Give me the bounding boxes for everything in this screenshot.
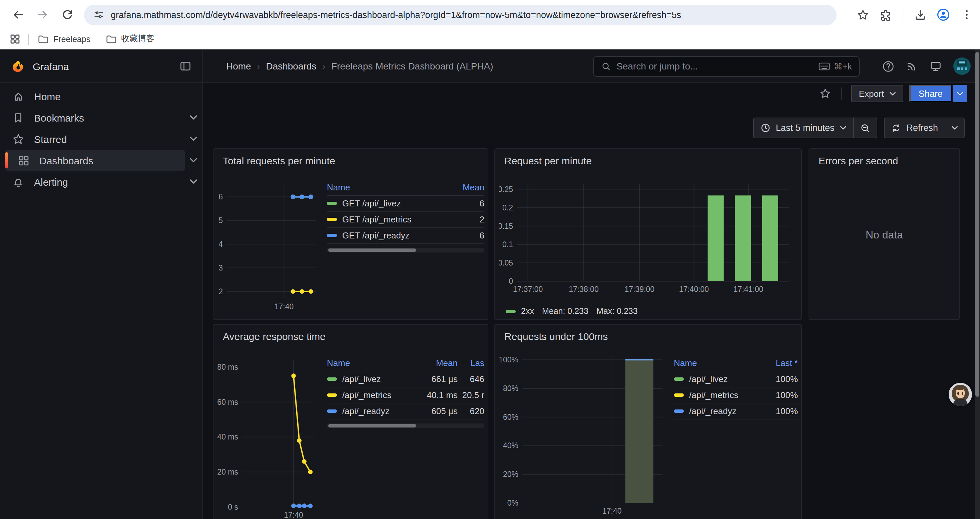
url-text[interactable]: grafana.mathmast.com/d/deytv4rwavabkb/fr… (111, 10, 827, 20)
sidebar-item-label: Home (34, 91, 61, 102)
grafana-header-main: Home›Dashboards›Freeleaps Metrics Dashbo… (203, 50, 980, 82)
panel-title[interactable]: Requests under 100ms (495, 325, 801, 342)
extensions-icon[interactable] (879, 8, 892, 21)
svg-text:17:40: 17:40 (284, 511, 303, 519)
page-scrollbar[interactable] (975, 50, 980, 519)
bar-chart[interactable]: 100%80%60%40%20%0%17:40 (499, 354, 668, 517)
share-button[interactable]: Share (909, 85, 952, 102)
bookmarks-separator (28, 34, 29, 45)
browser-actions (846, 8, 973, 21)
svg-text:17:40: 17:40 (275, 302, 294, 311)
download-icon[interactable] (913, 8, 927, 21)
svg-text:0.15: 0.15 (499, 222, 513, 230)
series-color-pill (327, 377, 337, 381)
apps-grid-icon[interactable] (10, 34, 21, 45)
series-value: 6 (451, 230, 484, 241)
bookmark-folder-blogs[interactable]: 收藏博客 (105, 34, 154, 45)
profile-icon[interactable] (937, 8, 950, 21)
grid-icon (18, 154, 30, 167)
series-name: /api/_livez (342, 374, 381, 384)
legend-row[interactable]: GET /api/_readyz6 (327, 228, 484, 244)
series-value: 100% (762, 406, 798, 416)
sidebar-item-starred[interactable]: Starred (5, 128, 202, 150)
refresh-interval-picker[interactable] (945, 118, 964, 137)
panel-title[interactable]: Errors per second (809, 149, 959, 166)
panel-requests-under-100ms: Requests under 100ms 100%80%60%40%20%0%1… (494, 324, 802, 519)
panel-title[interactable]: Average response time (213, 325, 488, 342)
export-button[interactable]: Export (851, 85, 903, 102)
scrollbar-thumb[interactable] (975, 52, 979, 397)
search-input[interactable]: Search or jump to... ⌘+k (593, 56, 860, 77)
site-settings-icon[interactable] (94, 10, 104, 20)
legend-scrollbar[interactable] (327, 423, 484, 428)
svg-text:0.1: 0.1 (502, 240, 513, 249)
legend-column-header[interactable]: Las (458, 358, 484, 368)
back-icon[interactable] (11, 7, 25, 22)
bookmark-icon (12, 111, 25, 124)
bar-chart[interactable]: 0.250.20.150.10.05017:37:0017:38:0017:39… (499, 184, 795, 296)
legend-column-header[interactable]: Last * (762, 358, 798, 368)
legend-column-header[interactable]: Mean (451, 182, 484, 192)
svg-text:17:40:00: 17:40:00 (679, 285, 709, 294)
user-avatar[interactable] (953, 57, 970, 75)
monitor-icon[interactable] (929, 60, 942, 72)
sidebar-item-dashboards[interactable]: Dashboards (5, 150, 202, 171)
forward-icon[interactable] (35, 7, 50, 22)
legend-scrollbar[interactable] (327, 248, 484, 252)
chevron-down-icon[interactable] (185, 136, 202, 142)
bookmark-folder-freeleaps[interactable]: Freeleaps (37, 34, 91, 45)
zoom-out-button[interactable] (853, 118, 876, 137)
series-color-pill (327, 218, 337, 221)
timeseries-chart[interactable]: 80 ms60 ms40 ms20 ms0 s17:40 (218, 360, 319, 519)
browser-menu-icon[interactable] (960, 8, 973, 21)
legend-row[interactable]: /api/_livez661 µs646 (327, 371, 484, 387)
reload-icon[interactable] (60, 7, 75, 22)
chevron-down-icon[interactable] (185, 158, 202, 163)
share-menu-button[interactable] (953, 85, 967, 102)
timeseries-chart[interactable]: 6543217:40 (218, 185, 321, 313)
legend-row[interactable]: GET /api/_metrics2 (327, 212, 484, 228)
legend-row[interactable]: /api/_metrics100% (674, 387, 798, 404)
bookmark-label: 收藏博客 (121, 34, 154, 45)
breadcrumb-separator: › (257, 61, 260, 71)
mega-menu-toggle-icon[interactable] (180, 60, 191, 72)
svg-text:17:41:00: 17:41:00 (733, 285, 764, 294)
sidebar-item-bookmarks[interactable]: Bookmarks (5, 107, 202, 128)
grafana-logo[interactable] (11, 59, 25, 73)
legend-row[interactable]: GET /api/_livez6 (327, 196, 484, 212)
legend-column-header[interactable]: Mean (416, 358, 458, 368)
refresh-group: Refresh (884, 118, 965, 138)
legend-column-header[interactable]: Name (327, 358, 416, 368)
svg-text:6: 6 (218, 192, 223, 201)
panel-title[interactable]: Request per minute (495, 149, 801, 166)
series-color-pill (674, 377, 684, 381)
legend-row[interactable]: /api/_livez100% (674, 371, 798, 387)
favorite-star-icon[interactable] (819, 88, 832, 99)
legend-2xx[interactable]: 2xx Mean: 0.233 Max: 0.233 (506, 307, 646, 316)
time-range-picker[interactable]: Last 5 minutes (754, 118, 853, 137)
dashboard-content: Export Share Last 5 minutes (204, 83, 975, 519)
share-button-group: Share (909, 85, 967, 102)
refresh-button[interactable]: Refresh (884, 118, 945, 137)
grafana-app: Grafana Home›Dashboards›Freeleaps Metric… (0, 50, 980, 519)
legend-row[interactable]: /api/_metrics40.1 ms20.5 r (327, 387, 484, 404)
bookmark-star-icon[interactable] (856, 8, 869, 21)
help-icon[interactable] (882, 60, 895, 72)
breadcrumb-item[interactable]: Dashboards (266, 61, 316, 72)
dashboard-actions: Export Share (819, 85, 967, 102)
sidebar-item-home[interactable]: Home (5, 86, 202, 107)
chevron-down-icon[interactable] (185, 179, 202, 184)
chevron-down-icon[interactable] (185, 115, 202, 120)
legend-row[interactable]: /api/_readyz605 µs620 (327, 404, 484, 420)
legend-column-header[interactable]: Name (674, 358, 762, 368)
legend-mean: Mean: 0.233 (542, 307, 589, 316)
panel-title[interactable]: Total requests per minute (213, 149, 488, 166)
news-rss-icon[interactable] (906, 60, 918, 72)
breadcrumb-separator: › (322, 61, 325, 71)
legend-row[interactable]: /api/_readyz100% (674, 404, 798, 420)
sidebar-item-alerting[interactable]: Alerting (5, 171, 202, 192)
address-bar[interactable]: grafana.mathmast.com/d/deytv4rwavabkb/fr… (84, 4, 837, 25)
breadcrumb-item[interactable]: Home (226, 61, 251, 72)
floating-assistant-avatar[interactable] (949, 383, 972, 406)
legend-column-header[interactable]: Name (327, 182, 451, 192)
